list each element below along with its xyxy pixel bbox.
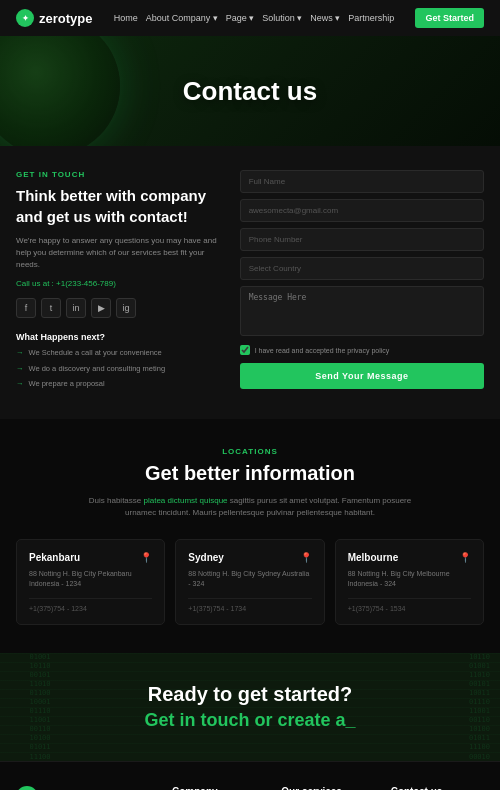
location-card-sydney: Sydney 📍 88 Notting H. Big City Sydney A… [175, 539, 324, 625]
nav-links: Home About Company ▾ Page ▾ Solution ▾ N… [114, 13, 395, 23]
footer-services-title: Our services [281, 786, 374, 791]
youtube-icon[interactable]: ▶ [91, 298, 111, 318]
get-in-touch-label: GET IN TOUCH [16, 170, 220, 179]
locations-section: LOCATIONS Get better information Duis ha… [0, 419, 500, 653]
what-happens-title: What Happens next? [16, 332, 220, 342]
privacy-checkbox-row: I have read and accepted the privacy pol… [240, 345, 484, 355]
location-card-pekanbaru: Pekanbaru 📍 88 Notting H. Big City Pekan… [16, 539, 165, 625]
cta-bg-decoration [0, 653, 500, 761]
hero-section: Contact us [0, 36, 500, 146]
privacy-label: I have read and accepted the privacy pol… [255, 347, 390, 354]
location-card-melbourne: Melbourne 📍 88 Notting H. Big City Melbo… [335, 539, 484, 625]
message-textarea[interactable] [240, 286, 484, 336]
location-name-melbourne: Melbourne [348, 552, 399, 563]
footer-company-col: Company About Us Professional team Artic… [172, 786, 265, 791]
phone-input[interactable] [240, 228, 484, 251]
locations-desc-link[interactable]: platea dictumst quisque [144, 496, 228, 505]
what-happens-item-2: We do a discovery and consulting meting [16, 364, 220, 375]
instagram-icon[interactable]: ig [116, 298, 136, 318]
nav-about[interactable]: About Company ▾ [146, 13, 218, 23]
what-happens: What Happens next? We Schedule a call at… [16, 332, 220, 390]
page-title: Contact us [183, 76, 317, 107]
privacy-checkbox[interactable] [240, 345, 250, 355]
footer-logo: ✦ zerotype [16, 786, 156, 791]
location-address-melbourne: 88 Notting H. Big City Melbourne Indones… [348, 569, 471, 590]
cta-subtitle: Get in touch or create a_ [16, 710, 484, 731]
location-phone-pekanbaru: +1(375)754 - 1234 [29, 598, 152, 612]
facebook-icon[interactable]: f [16, 298, 36, 318]
contact-description: We're happy to answer any questions you … [16, 235, 220, 271]
cta-title: Ready to get started? [16, 683, 484, 706]
location-header-sydney: Sydney 📍 [188, 552, 311, 563]
footer-contact-title: Contact us [391, 786, 484, 791]
cta-matrix-right: 1011001001110100010110011011101100100110… [430, 653, 490, 761]
location-header-melbourne: Melbourne 📍 [348, 552, 471, 563]
what-happens-item-1: We Schedule a call at your convenience [16, 348, 220, 359]
nav-news[interactable]: News ▾ [310, 13, 340, 23]
contact-heading: Think better with company and get us wit… [16, 185, 220, 227]
linkedin-icon[interactable]: in [66, 298, 86, 318]
location-name-sydney: Sydney [188, 552, 224, 563]
message-group [240, 286, 484, 339]
logo-icon: ✦ [16, 9, 34, 27]
cta-section: 0100110110001011101001100100010111011001… [0, 653, 500, 761]
phone-prefix: Call us at : [16, 279, 54, 288]
location-pin-pekanbaru: 📍 [140, 552, 152, 563]
nav-page[interactable]: Page ▾ [226, 13, 255, 23]
location-address-pekanbaru: 88 Notting H. Big City Pekanbaru Indones… [29, 569, 152, 590]
nav-solution[interactable]: Solution ▾ [262, 13, 302, 23]
footer-brand: ✦ zerotype — — — f t in ▶ [16, 786, 156, 791]
contact-form: Select Country United States United King… [240, 170, 484, 395]
social-icons: f t in ▶ ig [16, 298, 220, 318]
logo-text: zerotype [39, 11, 92, 26]
location-pin-sydney: 📍 [300, 552, 312, 563]
phone-number: +1(233-456-789) [56, 279, 116, 288]
footer-grid: ✦ zerotype — — — f t in ▶ Company About … [16, 786, 484, 791]
logo[interactable]: ✦ zerotype [16, 9, 92, 27]
contact-section: GET IN TOUCH Think better with company a… [0, 146, 500, 419]
location-cards: Pekanbaru 📍 88 Notting H. Big City Pekan… [16, 539, 484, 625]
footer-company-title: Company [172, 786, 265, 791]
location-header-pekanbaru: Pekanbaru 📍 [29, 552, 152, 563]
location-phone-sydney: +1(375)754 - 1734 [188, 598, 311, 612]
location-name-pekanbaru: Pekanbaru [29, 552, 80, 563]
contact-phone: Call us at : +1(233-456-789) [16, 279, 220, 288]
hero-globe-decoration [0, 36, 120, 146]
email-input[interactable] [240, 199, 484, 222]
locations-description: Duis habitasse platea dictumst quisque s… [80, 495, 420, 519]
full-name-input[interactable] [240, 170, 484, 193]
full-name-group [240, 170, 484, 193]
location-phone-melbourne: +1(375)754 - 1534 [348, 598, 471, 612]
locations-heading: Get better information [16, 462, 484, 485]
footer-logo-icon: ✦ [16, 786, 38, 791]
get-started-button[interactable]: Get Started [415, 8, 484, 28]
footer-contact-col: Contact us ☎ +1(375)754 - 3134 ✉ awesome… [391, 786, 484, 791]
send-message-button[interactable]: Send Your Message [240, 363, 484, 389]
email-group [240, 199, 484, 222]
location-pin-melbourne: 📍 [459, 552, 471, 563]
cta-matrix-left: 0100110110001011101001100100010111011001… [10, 653, 70, 761]
country-select[interactable]: Select Country United States United King… [240, 257, 484, 280]
locations-label: LOCATIONS [16, 447, 484, 456]
what-happens-item-3: We prepare a proposal [16, 379, 220, 390]
location-address-sydney: 88 Notting H. Big City Sydney Australia … [188, 569, 311, 590]
nav-home[interactable]: Home [114, 13, 138, 23]
footer: ✦ zerotype — — — f t in ▶ Company About … [0, 761, 500, 791]
contact-left: GET IN TOUCH Think better with company a… [16, 170, 220, 395]
navbar: ✦ zerotype Home About Company ▾ Page ▾ S… [0, 0, 500, 36]
twitter-icon[interactable]: t [41, 298, 61, 318]
footer-services-col: Our services VoIP Backup & Recovery Main… [281, 786, 374, 791]
nav-partnership[interactable]: Partnership [348, 13, 394, 23]
phone-group [240, 228, 484, 251]
country-group: Select Country United States United King… [240, 257, 484, 280]
